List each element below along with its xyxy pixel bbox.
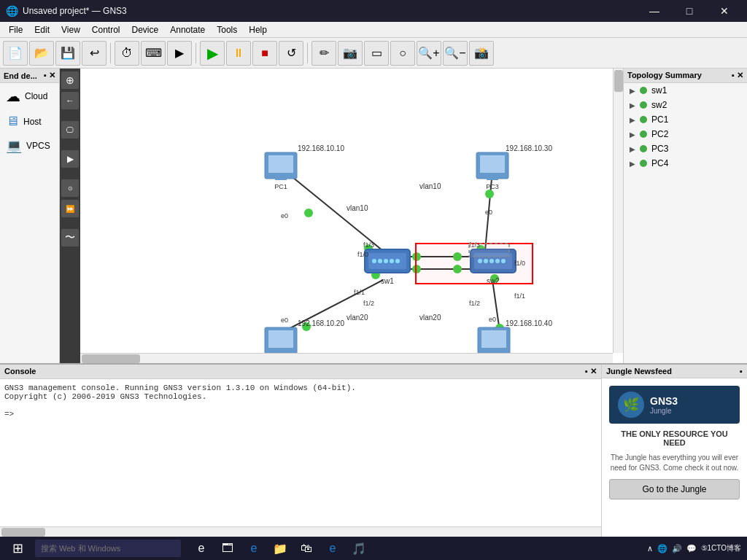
svg-text:e0: e0 (281, 316, 288, 324)
taskbar-system-tray: ∧ 🌐 🔊 💬 ⑤1CTO博客 (647, 543, 745, 553)
topo-arrow-pc1: ▶ (630, 116, 635, 124)
svg-text:192.168.10.10: 192.168.10.10 (298, 144, 344, 152)
cloud-icon: ☁ (6, 88, 20, 105)
tray-network[interactable]: 🌐 (657, 544, 667, 553)
menu-bar: File Edit View Control Device Annotate T… (0, 22, 747, 38)
console-line1: GNS3 management console. Running GNS3 ve… (4, 384, 597, 392)
canvas-area[interactable]: PC1 192.168.10.10 vlan10 e0 PC3 192.168.… (80, 69, 623, 363)
topo-dot-pc2 (640, 131, 647, 138)
ellipse-button[interactable]: ○ (390, 41, 415, 66)
menu-file[interactable]: File (3, 23, 28, 36)
jungle-logo-text: GNS3 Jungle (650, 395, 678, 415)
console-line2: Copyright (c) 2006-2019 GNS3 Technologie… (4, 392, 597, 401)
nav-route[interactable]: 〜 (61, 229, 79, 246)
nav-back[interactable]: ← (61, 92, 79, 109)
tray-expand[interactable]: ∧ (647, 544, 653, 553)
topo-summary-controls[interactable]: ▪ ✕ (732, 71, 743, 80)
taskbar-edge[interactable]: e (190, 538, 213, 559)
menu-help[interactable]: Help (243, 23, 273, 36)
topo-item-pc4[interactable]: ▶ PC4 (624, 156, 747, 171)
svg-point-7 (304, 209, 313, 217)
maximize-button[interactable]: □ (673, 0, 706, 22)
taskbar-taskview[interactable]: 🗔 (216, 538, 239, 559)
jungle-logo-title: GNS3 (650, 395, 678, 407)
topo-dot-pc4 (640, 160, 647, 167)
taskbar: ⊞ e 🗔 e 📁 🛍 e 🎵 ∧ 🌐 🔊 💬 ⑤1CTO博客 (0, 537, 747, 560)
topo-item-pc3[interactable]: ▶ PC3 (624, 141, 747, 156)
taskbar-music[interactable]: 🎵 (347, 538, 371, 559)
topo-item-sw1[interactable]: ▶ sw1 (624, 83, 747, 98)
svg-rect-34 (268, 330, 293, 348)
open-button[interactable]: 📂 (29, 41, 54, 66)
canvas-scrollbar-h[interactable] (80, 353, 613, 363)
snapshot-button[interactable]: 📷 (338, 41, 363, 66)
svg-point-52 (390, 259, 394, 263)
start-button[interactable]: ⊞ (3, 538, 32, 559)
topo-item-pc1[interactable]: ▶ PC1 (624, 112, 747, 127)
tray-volume[interactable]: 🔊 (672, 544, 682, 553)
nav-dots[interactable]: ⊙ (61, 179, 79, 197)
zoom-out-button[interactable]: 🔍− (443, 41, 468, 66)
console-scrollbar[interactable] (0, 526, 601, 537)
menu-device[interactable]: Device (126, 23, 165, 36)
svg-rect-21 (275, 178, 287, 180)
new-button[interactable]: 📄 (3, 41, 28, 66)
close-button[interactable]: ✕ (708, 0, 741, 22)
nav-move[interactable]: ⊕ (61, 71, 79, 89)
menu-view[interactable]: View (55, 23, 86, 36)
taskbar-search[interactable] (35, 540, 181, 557)
menu-annotate[interactable]: Annotate (164, 23, 211, 36)
canvas-scrollbar-v[interactable] (613, 69, 623, 353)
annotate-button[interactable]: ▭ (364, 41, 389, 66)
nav-screen[interactable]: 🖵 (61, 121, 79, 139)
terminal-button[interactable]: ▶ (167, 41, 192, 66)
save-button[interactable]: 💾 (55, 41, 80, 66)
timer-button[interactable]: ⏱ (115, 41, 139, 66)
console-controls[interactable]: ▪ ✕ (585, 367, 597, 376)
taskbar-explorer[interactable]: 📁 (268, 538, 292, 559)
topo-summary-title: Topology Summary (627, 71, 702, 80)
minimize-button[interactable]: — (638, 0, 671, 22)
device-panel-title: End de... (4, 71, 37, 80)
topo-label-pc2: PC2 (651, 129, 668, 139)
device-panel-controls[interactable]: ▪ ✕ (44, 71, 55, 80)
jungle-logo-sub: Jungle (650, 407, 678, 415)
svg-rect-20 (268, 155, 293, 173)
reload-button[interactable]: ↺ (279, 41, 303, 66)
undo-button[interactable]: ↩ (82, 41, 107, 66)
taskbar-edge2[interactable]: e (242, 538, 266, 559)
device-host[interactable]: 🖥 Host (0, 109, 59, 133)
topo-summary-header: Topology Summary ▪ ✕ (624, 69, 747, 83)
menu-control[interactable]: Control (86, 23, 126, 36)
taskbar-edge3[interactable]: e (321, 538, 344, 559)
goto-jungle-button[interactable]: Go to the Jungle (609, 479, 740, 499)
vpcs-label: VPCS (26, 141, 50, 151)
nav-fast[interactable]: ⏩ (61, 200, 79, 217)
nav-play[interactable]: ▶ (61, 150, 79, 168)
vpcs-icon: 💻 (6, 138, 22, 154)
pause-button[interactable]: ⏸ (226, 41, 251, 66)
topo-item-pc2[interactable]: ▶ PC2 (624, 127, 747, 141)
screenshot-button[interactable]: 📸 (469, 41, 494, 66)
topo-dot-pc3 (640, 145, 647, 152)
taskbar-store[interactable]: 🛍 (295, 538, 318, 559)
svg-rect-28 (487, 178, 498, 180)
bottom-area: Console ▪ ✕ GNS3 management console. Run… (0, 363, 747, 537)
menu-edit[interactable]: Edit (28, 23, 55, 36)
jungle-controls[interactable]: ▪ (740, 367, 743, 376)
device-vpcs[interactable]: 💻 VPCS (0, 133, 59, 158)
topo-item-sw2[interactable]: ▶ sw2 (624, 98, 747, 112)
tray-notification[interactable]: 💬 (686, 544, 697, 553)
edit-button[interactable]: ✏ (311, 41, 336, 66)
svg-point-53 (395, 259, 400, 263)
device-cloud[interactable]: ☁ Cloud (0, 83, 59, 109)
console-body[interactable]: GNS3 management console. Running GNS3 ve… (0, 379, 601, 526)
stop-button[interactable]: ■ (252, 41, 277, 66)
play-button[interactable]: ▶ (200, 41, 225, 66)
title-bar: 🌐 Unsaved project* — GNS3 — □ ✕ (0, 0, 747, 22)
console-panel: Console ▪ ✕ GNS3 management console. Run… (0, 365, 601, 537)
console-button[interactable]: ⌨ (141, 41, 166, 66)
menu-tools[interactable]: Tools (211, 23, 243, 36)
svg-text:e0: e0 (281, 212, 288, 219)
zoom-in-button[interactable]: 🔍+ (417, 41, 441, 66)
